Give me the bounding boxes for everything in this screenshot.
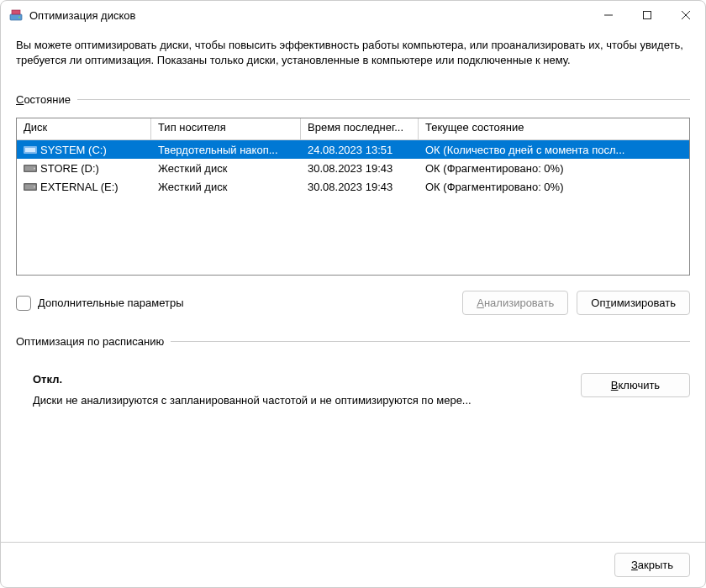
maximize-button[interactable] (628, 1, 666, 29)
schedule-section-header: Оптимизация по расписанию (16, 335, 690, 348)
table-row[interactable]: STORE (D:)Жесткий диск30.08.2023 19:43ОК… (17, 159, 689, 177)
titlebar: Оптимизация дисков (1, 1, 705, 29)
status-section-header: Состояние (16, 93, 690, 106)
cell-status: ОК (Фрагментировано: 0%) (419, 181, 689, 193)
advanced-params-label: Дополнительные параметры (38, 297, 184, 309)
cell-media: Твердотельный накоп... (151, 144, 301, 156)
svg-point-14 (34, 186, 35, 187)
divider (77, 99, 690, 100)
cell-media: Жесткий диск (151, 162, 301, 175)
cell-status: ОК (Фрагментировано: 0%) (419, 162, 689, 175)
cell-lastrun: 30.08.2023 19:43 (301, 162, 419, 175)
status-label: Состояние (16, 93, 77, 106)
window-controls (589, 1, 705, 29)
hdd-drive-icon (24, 163, 37, 173)
description-text: Вы можете оптимизировать диски, чтобы по… (16, 38, 690, 68)
svg-rect-8 (25, 148, 35, 152)
checkbox-box (16, 296, 31, 311)
drive-listview[interactable]: Диск Тип носителя Время последнег... Тек… (16, 118, 690, 276)
col-header-disk[interactable]: Диск (17, 118, 151, 139)
cell-status: ОК (Количество дней с момента посл... (419, 144, 689, 156)
svg-rect-1 (12, 10, 20, 14)
schedule-desc: Диски не анализируются с запланированной… (33, 394, 472, 407)
schedule-status: Откл. (33, 373, 472, 386)
minimize-button[interactable] (589, 1, 628, 29)
schedule-label: Оптимизация по расписанию (16, 335, 171, 348)
svg-rect-4 (644, 12, 651, 19)
close-button[interactable]: Закрыть (614, 553, 690, 577)
close-window-button[interactable] (666, 1, 705, 29)
window-title: Оптимизация дисков (29, 9, 589, 22)
optimize-button[interactable]: Оптимизировать (577, 291, 690, 315)
listview-header: Диск Тип носителя Время последнег... Тек… (17, 118, 689, 140)
app-icon (9, 8, 23, 22)
table-row[interactable]: SYSTEM (C:)Твердотельный накоп...24.08.2… (17, 140, 689, 159)
hdd-drive-icon (24, 181, 37, 192)
ssd-drive-icon (24, 144, 37, 155)
cell-media: Жесткий диск (151, 181, 301, 193)
cell-lastrun: 30.08.2023 19:43 (301, 181, 419, 193)
cell-disk: STORE (D:) (17, 162, 151, 175)
col-header-media[interactable]: Тип носителя (151, 118, 301, 139)
advanced-params-checkbox[interactable]: Дополнительные параметры (16, 296, 184, 311)
col-header-lastrun[interactable]: Время последнег... (301, 118, 419, 139)
cell-disk: EXTERNAL (E:) (17, 181, 151, 193)
svg-point-2 (18, 17, 20, 18)
enable-button[interactable]: Включить (581, 373, 690, 397)
divider (171, 341, 690, 342)
table-row[interactable]: EXTERNAL (E:)Жесткий диск30.08.2023 19:4… (17, 177, 689, 196)
cell-disk: SYSTEM (C:) (17, 144, 151, 156)
footer: Закрыть (1, 542, 705, 587)
analyze-button[interactable]: Анализировать (462, 291, 568, 315)
svg-point-11 (34, 167, 35, 169)
col-header-status[interactable]: Текущее состояние (419, 118, 689, 139)
cell-lastrun: 24.08.2023 13:51 (301, 144, 419, 156)
